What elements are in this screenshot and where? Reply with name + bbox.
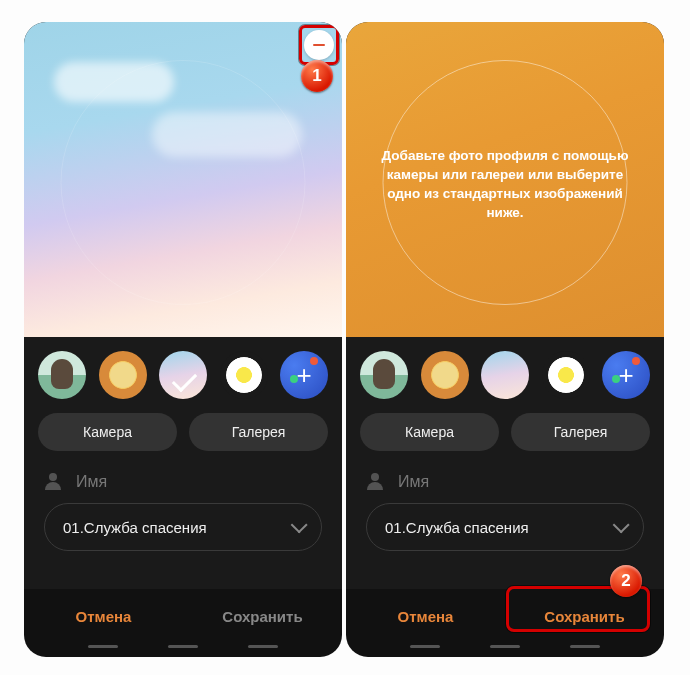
- dropdown-value: 01.Служба спасения: [385, 519, 529, 536]
- phone-left: 1 Камера Галерея Имя 01.Служба спасения …: [24, 22, 342, 657]
- android-navbar: [346, 643, 664, 657]
- avatar-preview-empty: Добавьте фото профиля с помощью камеры и…: [346, 22, 664, 337]
- avatar-option-more[interactable]: [602, 351, 650, 399]
- avatar-option-flower[interactable]: [220, 351, 268, 399]
- annotation-highlight-1: [299, 25, 339, 65]
- chevron-down-icon: [291, 516, 308, 533]
- avatar-option-flower[interactable]: [542, 351, 590, 399]
- form-body: Камера Галерея Имя 01.Служба спасения: [24, 337, 342, 589]
- gallery-button[interactable]: Галерея: [189, 413, 328, 451]
- name-dropdown[interactable]: 01.Служба спасения: [44, 503, 322, 551]
- avatar-option-lion[interactable]: [99, 351, 147, 399]
- person-icon: [44, 473, 62, 491]
- camera-button[interactable]: Камера: [38, 413, 177, 451]
- name-dropdown[interactable]: 01.Служба спасения: [366, 503, 644, 551]
- android-navbar: [24, 643, 342, 657]
- avatar-option-lion[interactable]: [421, 351, 469, 399]
- phone-right: Добавьте фото профиля с помощью камеры и…: [346, 22, 664, 657]
- avatar-option-alpaca[interactable]: [38, 351, 86, 399]
- dropdown-value: 01.Служба спасения: [63, 519, 207, 536]
- crop-circle: [61, 60, 306, 305]
- camera-button[interactable]: Камера: [360, 413, 499, 451]
- gallery-button[interactable]: Галерея: [511, 413, 650, 451]
- avatar-preview: 1: [24, 22, 342, 337]
- annotation-marker-2: 2: [610, 565, 642, 597]
- save-button[interactable]: Сохранить: [183, 589, 342, 643]
- avatar-option-sky-selected[interactable]: [159, 351, 207, 399]
- name-field-label: Имя: [76, 473, 107, 491]
- annotation-marker-1: 1: [301, 60, 333, 92]
- name-field-label: Имя: [398, 473, 429, 491]
- avatar-option-sky[interactable]: [481, 351, 529, 399]
- avatar-picker-row: [360, 349, 650, 413]
- chevron-down-icon: [613, 516, 630, 533]
- footer-actions: Отмена Сохранить: [24, 589, 342, 643]
- avatar-picker-row: [38, 349, 328, 413]
- preview-placeholder-text: Добавьте фото профиля с помощью камеры и…: [346, 147, 664, 223]
- cancel-button[interactable]: Отмена: [24, 589, 183, 643]
- avatar-option-more[interactable]: [280, 351, 328, 399]
- form-body: Камера Галерея Имя 01.Служба спасения: [346, 337, 664, 589]
- person-icon: [366, 473, 384, 491]
- cancel-button[interactable]: Отмена: [346, 589, 505, 643]
- avatar-option-alpaca[interactable]: [360, 351, 408, 399]
